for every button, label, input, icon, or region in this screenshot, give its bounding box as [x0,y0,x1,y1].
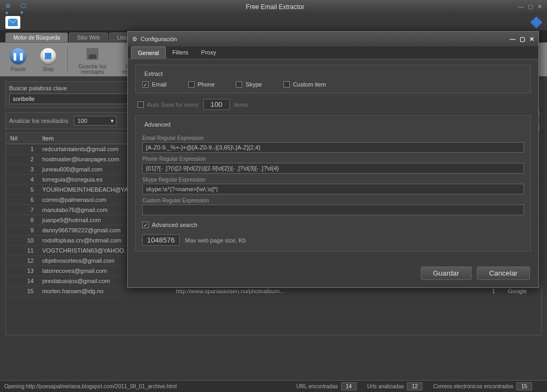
tab-filters[interactable]: Filters [166,46,195,59]
app-title: Free Email Extractor [32,3,518,11]
cell-num: 9 [6,225,38,236]
save-label: Guardar los mensajes [74,64,111,75]
checkbox-skype[interactable]: Skype [236,81,262,88]
monitor-icon[interactable]: 🖵 ▾ [20,3,29,11]
cell-num: 15 [6,286,38,296]
app-icon[interactable] [5,16,20,29]
cell-num: 7 [6,205,38,215]
menubar [0,14,547,31]
statusbar: Opening http://poesapalmeriana.blogspot.… [0,380,547,392]
help-diamond-icon[interactable] [530,16,543,28]
svg-rect-2 [89,54,96,59]
cell-num: 12 [6,256,38,266]
checkbox-icon [137,101,144,108]
checkbox-icon [236,81,242,88]
cell-num: 3 [6,164,38,175]
cell-num: 13 [6,266,38,276]
cell-num: 14 [6,276,38,286]
tab-motor[interactable]: Motor de Búsqueda [5,33,68,42]
max-page-size-input[interactable] [142,234,180,246]
url-analyzed-label: Urls analizadas [367,383,404,389]
emails-found-value: 15 [517,382,532,390]
dialog-title: Configuración [141,36,505,42]
phone-regex-input[interactable] [142,163,524,174]
dialog-close-icon[interactable]: ✕ [529,36,534,43]
advanced-fieldset: Advanced Email Regular Expression Phone … [135,115,531,252]
extract-legend: Extract [142,70,165,77]
stop-label: Stop [43,66,54,72]
cell-num: 5 [6,185,38,195]
email-regex-label: Email Regular Expression [142,135,524,141]
cell-num: 11 [6,246,38,256]
stop-button[interactable]: Stop [34,46,62,73]
col-num[interactable]: N# [6,133,38,144]
custom-regex-label: Custom Regular Expression [142,198,524,203]
cell-num: 2 [6,154,38,164]
checkbox-icon [188,81,195,88]
dialog-body: Extract Email Phone Skype Custom item Au… [128,59,538,261]
dialog-titlebar[interactable]: ⚙ Configuración — ▢ ✕ [128,32,538,46]
checkbox-advanced-search[interactable]: Advanced search [142,222,524,228]
checkbox-icon [142,222,149,228]
email-regex-input[interactable] [142,142,524,153]
minimize-icon[interactable]: — [518,3,526,11]
tab-general[interactable]: General [131,46,166,59]
phone-regex-label: Phone Regular Expression [142,156,524,162]
save-button[interactable]: Guardar [421,266,472,280]
dialog-footer: Guardar Cancelar [128,261,538,287]
cell-num: 10 [6,236,38,246]
advanced-legend: Advanced [142,121,173,128]
extract-fieldset: Extract Email Phone Skype Custom item [135,65,531,93]
skype-regex-label: Skype Regular Expression [142,177,524,183]
dialog-tabs: General Filters Proxy [128,46,538,59]
url-found-value: 14 [341,382,357,390]
checkbox-autosave[interactable]: Auto Save for every [137,101,199,108]
cell-num: 8 [6,215,38,225]
emails-found-label: Correos electrónicos encontrados [433,383,513,389]
custom-regex-input[interactable] [142,205,524,215]
pause-button[interactable]: ❚❚ Pause [4,46,32,73]
autosave-count-input[interactable] [203,99,230,110]
settings-icon: ⚙ [132,36,137,43]
pause-label: Pause [11,66,26,72]
stop-icon [40,48,56,64]
cell-num: 1 [6,144,38,154]
dialog-minimize-icon[interactable]: — [510,36,515,42]
settings-dialog: ⚙ Configuración — ▢ ✕ General Filters Pr… [127,31,539,288]
tab-proxy[interactable]: Proxy [195,46,222,59]
gear-icon[interactable]: ⚙ ▾ [5,3,14,11]
checkbox-custom[interactable]: Custom item [283,81,326,88]
skype-regex-input[interactable] [142,184,524,194]
titlebar: ⚙ ▾ 🖵 ▾ Free Email Extractor — ▢ ✕ [0,0,547,14]
save-messages-button[interactable]: Guardar los mensajes [73,44,112,76]
checkbox-email[interactable]: Email [142,81,167,88]
autosave-items-label: items [234,101,248,108]
separator [67,46,68,73]
maximize-icon[interactable]: ▢ [528,3,535,11]
analyze-select[interactable]: 100▾ [74,116,117,126]
tab-sitioweb[interactable]: Sitio Web [69,33,108,42]
dialog-maximize-icon[interactable]: ▢ [520,36,525,43]
cell-num: 4 [6,175,38,185]
checkbox-icon [283,81,290,88]
max-page-size-label: Max web page size, Kb [185,237,246,244]
url-analyzed-value: 12 [407,382,422,390]
pause-icon: ❚❚ [10,48,26,64]
analyze-label: Analizar los resultados [9,117,68,124]
cancel-button[interactable]: Cancelar [477,266,530,280]
status-opening: Opening http://poesapalmeriana.blogspot.… [4,383,176,389]
cell-num: 6 [6,195,38,205]
checkbox-phone[interactable]: Phone [188,81,215,88]
close-icon[interactable]: ✕ [537,3,545,11]
save-icon [83,45,102,63]
url-found-label: URL encontradas [296,383,337,389]
checkbox-icon [142,81,149,88]
